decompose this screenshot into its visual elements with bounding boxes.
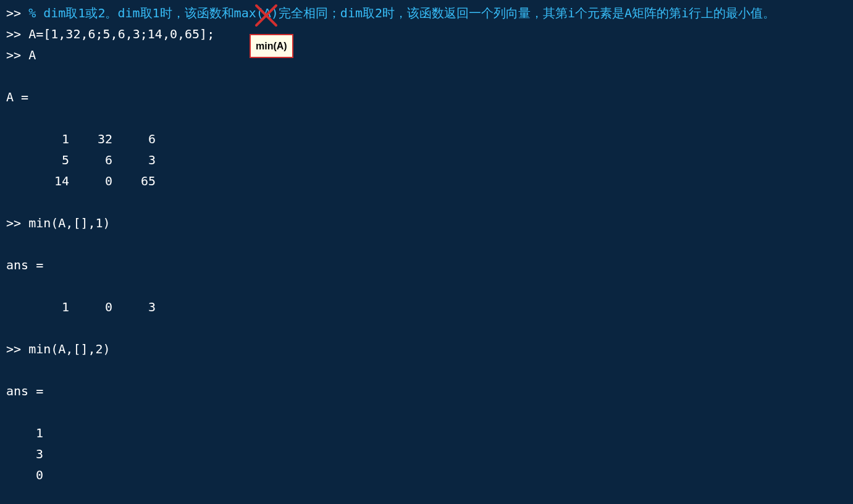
cmd-show-line[interactable]: >> A bbox=[6, 44, 847, 65]
ans-label: ans = bbox=[6, 254, 847, 275]
x-mark-icon bbox=[253, 2, 280, 29]
prompt: >> bbox=[6, 6, 21, 20]
min2-command: min(A,[],2) bbox=[28, 342, 110, 356]
matrix-cell: 32 bbox=[69, 128, 112, 149]
blank-line bbox=[6, 275, 847, 296]
table-row: 103 bbox=[6, 296, 847, 317]
annotation-overlay: min(A) bbox=[250, 2, 285, 52]
matrix-cell: 5 bbox=[26, 149, 69, 170]
show-command: A bbox=[28, 48, 36, 62]
matrix-cell: 14 bbox=[26, 170, 69, 191]
ans-cell: 1 bbox=[26, 296, 69, 317]
ans-cell: 0 bbox=[69, 296, 112, 317]
blank-line bbox=[6, 359, 847, 380]
comment-line[interactable]: >> % dim取1或2。dim取1时，该函数和max(A)完全相同；dim取2… bbox=[6, 2, 847, 23]
table-row: 14065 bbox=[6, 170, 847, 191]
blank-line bbox=[6, 191, 847, 212]
list-item: 1 bbox=[6, 422, 847, 443]
matrix-cell: 3 bbox=[112, 149, 156, 170]
assign-command: A=[1,32,6;5,6,3;14,0,65]; bbox=[28, 27, 214, 41]
table-row: 1326 bbox=[6, 128, 847, 149]
blank-line bbox=[6, 401, 847, 422]
blank-line bbox=[6, 317, 847, 338]
ans-label: ans = bbox=[6, 380, 847, 401]
matrix-cell: 65 bbox=[112, 170, 156, 191]
comment-text: % dim取1或2。dim取1时，该函数和max(A)完全相同；dim取2时，该… bbox=[28, 6, 775, 20]
ans-cell: 3 bbox=[112, 296, 156, 317]
list-item: 3 bbox=[6, 443, 847, 464]
prompt: >> bbox=[6, 216, 21, 230]
matrix-cell: 6 bbox=[112, 128, 156, 149]
cmd-min1-line[interactable]: >> min(A,[],1) bbox=[6, 212, 847, 233]
prompt: >> bbox=[6, 48, 21, 62]
blank-line bbox=[6, 107, 847, 128]
min1-command: min(A,[],1) bbox=[28, 216, 110, 230]
cmd-min2-line[interactable]: >> min(A,[],2) bbox=[6, 338, 847, 359]
a-label: A = bbox=[6, 86, 847, 107]
table-row: 563 bbox=[6, 149, 847, 170]
prompt: >> bbox=[6, 342, 21, 356]
prompt: >> bbox=[6, 27, 21, 41]
list-item: 0 bbox=[6, 464, 847, 485]
matrix-cell: 0 bbox=[69, 170, 112, 191]
blank-line bbox=[6, 233, 847, 254]
tooltip-label: min(A) bbox=[250, 34, 293, 58]
blank-line bbox=[6, 65, 847, 86]
cmd-assign-line[interactable]: >> A=[1,32,6;5,6,3;14,0,65]; bbox=[6, 23, 847, 44]
matrix-cell: 1 bbox=[26, 128, 69, 149]
matrix-cell: 6 bbox=[69, 149, 112, 170]
